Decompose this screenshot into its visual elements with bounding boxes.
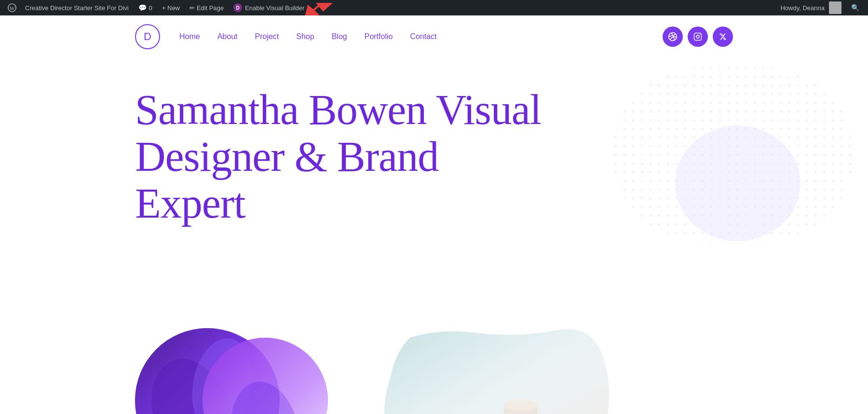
nav-portfolio[interactable]: Portfolio (365, 32, 393, 41)
purple-blob-decoration (665, 116, 810, 251)
portfolio-circle-light (203, 338, 328, 414)
edit-page-label: ✏ Edit Page (190, 4, 224, 12)
wordpress-logo[interactable]: W (4, 0, 20, 15)
comments-count: 0 (149, 4, 152, 12)
svg-point-10 (675, 125, 800, 241)
circle-inner-2-content (203, 338, 328, 414)
hero-section: Samantha Bowen Visual Designer & Brand E… (0, 58, 868, 309)
instagram-social-button[interactable] (688, 27, 708, 47)
nav-contact[interactable]: Contact (410, 32, 436, 41)
portfolio-item-product (381, 328, 622, 414)
user-avatar (829, 1, 841, 14)
svg-rect-9 (612, 68, 854, 241)
site-name-text: Creative Director Starter Site For Divi (25, 4, 129, 12)
search-icon: 🔍 (851, 4, 859, 12)
svg-text:W: W (10, 5, 15, 11)
portfolio-preview-row (0, 309, 868, 414)
nav-about[interactable]: About (217, 32, 238, 41)
site-header: D Home About Project Shop Blog Portfolio… (0, 15, 868, 58)
nav-project[interactable]: Project (255, 32, 279, 41)
svg-point-24 (504, 400, 538, 411)
search-button[interactable]: 🔍 (846, 0, 864, 15)
svg-point-7 (699, 34, 700, 35)
nav-blog[interactable]: Blog (332, 32, 347, 41)
site-logo[interactable]: D (135, 24, 160, 49)
site-name-link[interactable]: Creative Director Starter Site For Divi (20, 0, 134, 15)
admin-bar: W Creative Director Starter Site For Div… (0, 0, 868, 15)
dot-pattern-decoration (588, 58, 868, 251)
twitter-x-social-button[interactable] (713, 27, 733, 47)
comments-icon: 💬 (138, 4, 147, 12)
main-nav: Home About Project Shop Blog Portfolio C… (179, 32, 437, 41)
header-social-links (663, 27, 733, 47)
divi-badge-icon: D (233, 3, 242, 12)
dribbble-social-button[interactable] (663, 27, 683, 47)
svg-marker-3 (316, 3, 333, 12)
new-label: + New (162, 4, 180, 12)
enable-visual-builder-button[interactable]: D Enable Visual Builder (229, 0, 309, 15)
new-content-button[interactable]: + New (157, 0, 185, 15)
logo-letter: D (144, 30, 151, 43)
nav-home[interactable]: Home (179, 32, 200, 41)
comments-link[interactable]: 💬 0 (134, 0, 157, 15)
svg-point-6 (696, 35, 699, 38)
admin-bar-right: Howdy, Deanna 🔍 (775, 0, 864, 15)
nav-shop[interactable]: Shop (296, 32, 314, 41)
enable-visual-builder-label: Enable Visual Builder (245, 4, 304, 12)
blob-shape-svg (381, 328, 612, 414)
svg-rect-5 (694, 33, 702, 41)
howdy-user-link[interactable]: Howdy, Deanna (775, 0, 846, 15)
portfolio-item-purple (135, 328, 352, 414)
hero-title: Samantha Bowen Visual Designer & Brand E… (135, 87, 545, 227)
edit-page-button[interactable]: ✏ Edit Page (185, 0, 229, 15)
howdy-label: Howdy, Deanna (780, 4, 825, 12)
